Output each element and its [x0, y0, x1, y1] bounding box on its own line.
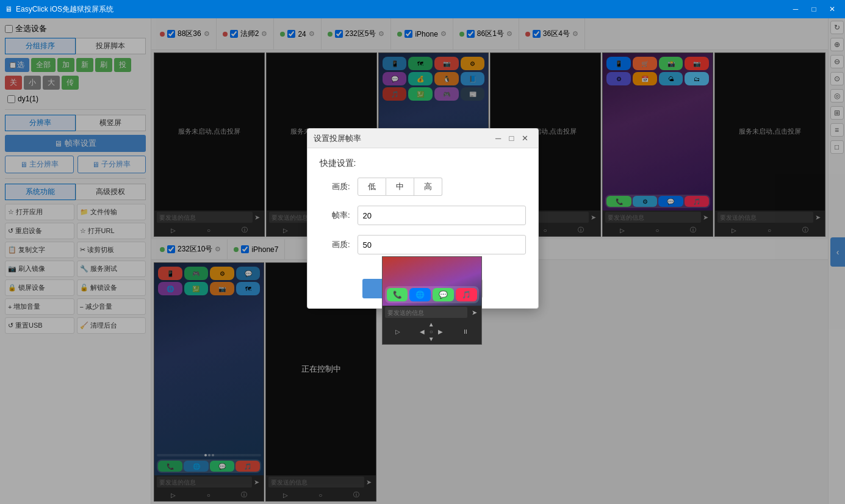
- close-button[interactable]: ✕: [824, 3, 840, 15]
- iphone-pause-btn[interactable]: ⏸: [460, 328, 471, 336]
- quality-value-label: 画质:: [320, 239, 350, 250]
- iphone-play-btn[interactable]: ▷: [393, 328, 403, 336]
- iphone-send-input[interactable]: [385, 307, 467, 318]
- quality-label: 画质:: [320, 181, 350, 192]
- modal-title: 设置投屏帧率: [314, 133, 492, 144]
- modal-close-btn[interactable]: ✕: [519, 132, 532, 145]
- app-icon: 🖥: [5, 5, 12, 13]
- iphone-ctrl-row: ▷ ▲ ◀ ○ ▶ ▼ ⏸: [383, 319, 481, 344]
- quality-buttons-group: 低 中 高: [358, 178, 442, 196]
- window-controls: ─ □ ✕: [788, 3, 840, 15]
- minimize-button[interactable]: ─: [788, 3, 804, 15]
- iphone-dpad[interactable]: ▲ ◀ ○ ▶ ▼: [420, 321, 443, 342]
- modal-maximize-btn[interactable]: □: [505, 132, 519, 145]
- quality-btn-mid[interactable]: 中: [386, 178, 414, 196]
- maximize-button[interactable]: □: [806, 3, 822, 15]
- framerate-label: 帧率:: [320, 210, 350, 221]
- framerate-input[interactable]: [358, 206, 526, 225]
- quality-buttons-row: 画质: 低 中 高: [320, 178, 526, 196]
- modal-minimize-btn[interactable]: ─: [492, 132, 505, 145]
- iphone-send-btn[interactable]: ➤: [470, 308, 479, 317]
- modal-overlay: 📞 🌐 💬 🎵 ➤ ▷ ▲ ◀ ○ ▶ ▼ ⏸: [0, 18, 845, 504]
- quality-btn-low[interactable]: 低: [358, 178, 386, 196]
- modal-body: 快捷设置: 画质: 低 中 高 帧率: 画质:: [307, 148, 538, 274]
- modal-titlebar: 设置投屏帧率 ─ □ ✕: [307, 129, 538, 148]
- titlebar: 🖥 EasyClick iOS免越狱投屏系统 ─ □ ✕: [0, 0, 845, 18]
- app-title: EasyClick iOS免越狱投屏系统: [16, 4, 788, 15]
- iphone-detail-footer: ➤: [383, 306, 481, 319]
- framerate-input-row: 帧率:: [320, 206, 526, 225]
- iphone-detail-panel: 📞 🌐 💬 🎵 ➤ ▷ ▲ ◀ ○ ▶ ▼ ⏸: [382, 256, 482, 345]
- quality-btn-high[interactable]: 高: [414, 178, 442, 196]
- quality-value-input[interactable]: [358, 235, 526, 254]
- iphone-detail-screen[interactable]: 📞 🌐 💬 🎵: [383, 257, 481, 306]
- quality-value-row: 画质:: [320, 235, 526, 254]
- quick-settings-title: 快捷设置:: [320, 158, 526, 169]
